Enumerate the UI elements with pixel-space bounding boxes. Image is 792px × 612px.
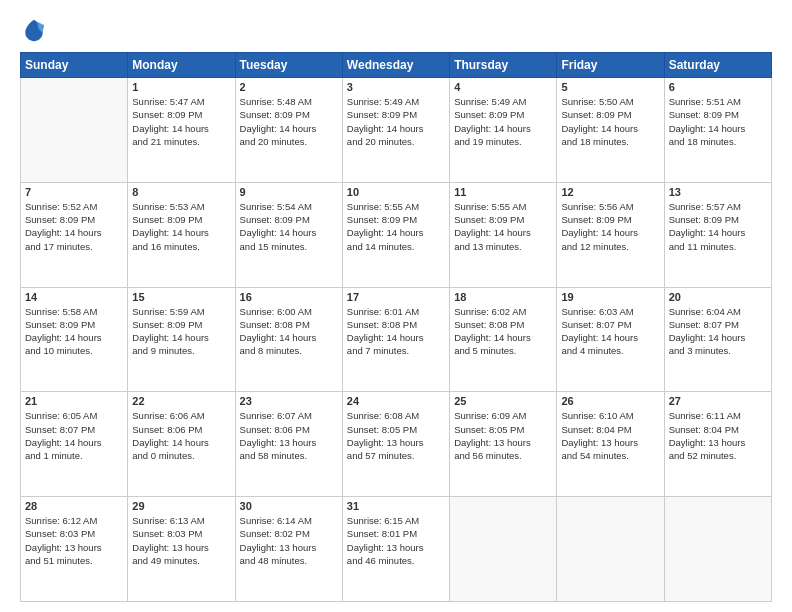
cell-content: Sunrise: 6:07 AM Sunset: 8:06 PM Dayligh… [240, 409, 338, 462]
calendar-cell: 10Sunrise: 5:55 AM Sunset: 8:09 PM Dayli… [342, 182, 449, 287]
calendar-cell: 8Sunrise: 5:53 AM Sunset: 8:09 PM Daylig… [128, 182, 235, 287]
day-number: 23 [240, 395, 338, 407]
day-number: 10 [347, 186, 445, 198]
calendar-cell: 3Sunrise: 5:49 AM Sunset: 8:09 PM Daylig… [342, 78, 449, 183]
cell-content: Sunrise: 6:00 AM Sunset: 8:08 PM Dayligh… [240, 305, 338, 358]
calendar-cell [664, 497, 771, 602]
calendar-cell: 14Sunrise: 5:58 AM Sunset: 8:09 PM Dayli… [21, 287, 128, 392]
cell-content: Sunrise: 5:53 AM Sunset: 8:09 PM Dayligh… [132, 200, 230, 253]
calendar-cell: 9Sunrise: 5:54 AM Sunset: 8:09 PM Daylig… [235, 182, 342, 287]
calendar-week-row: 28Sunrise: 6:12 AM Sunset: 8:03 PM Dayli… [21, 497, 772, 602]
logo-icon [20, 16, 48, 44]
cell-content: Sunrise: 6:13 AM Sunset: 8:03 PM Dayligh… [132, 514, 230, 567]
day-number: 13 [669, 186, 767, 198]
calendar-cell: 6Sunrise: 5:51 AM Sunset: 8:09 PM Daylig… [664, 78, 771, 183]
calendar-cell: 24Sunrise: 6:08 AM Sunset: 8:05 PM Dayli… [342, 392, 449, 497]
cell-content: Sunrise: 6:01 AM Sunset: 8:08 PM Dayligh… [347, 305, 445, 358]
cell-content: Sunrise: 5:50 AM Sunset: 8:09 PM Dayligh… [561, 95, 659, 148]
cell-content: Sunrise: 6:10 AM Sunset: 8:04 PM Dayligh… [561, 409, 659, 462]
cell-content: Sunrise: 5:59 AM Sunset: 8:09 PM Dayligh… [132, 305, 230, 358]
calendar-cell: 29Sunrise: 6:13 AM Sunset: 8:03 PM Dayli… [128, 497, 235, 602]
calendar-cell: 7Sunrise: 5:52 AM Sunset: 8:09 PM Daylig… [21, 182, 128, 287]
calendar-cell [21, 78, 128, 183]
calendar-cell: 26Sunrise: 6:10 AM Sunset: 8:04 PM Dayli… [557, 392, 664, 497]
cell-content: Sunrise: 6:04 AM Sunset: 8:07 PM Dayligh… [669, 305, 767, 358]
day-number: 19 [561, 291, 659, 303]
cell-content: Sunrise: 5:52 AM Sunset: 8:09 PM Dayligh… [25, 200, 123, 253]
cell-content: Sunrise: 5:54 AM Sunset: 8:09 PM Dayligh… [240, 200, 338, 253]
day-number: 29 [132, 500, 230, 512]
calendar-cell: 2Sunrise: 5:48 AM Sunset: 8:09 PM Daylig… [235, 78, 342, 183]
cell-content: Sunrise: 5:49 AM Sunset: 8:09 PM Dayligh… [454, 95, 552, 148]
calendar-cell: 15Sunrise: 5:59 AM Sunset: 8:09 PM Dayli… [128, 287, 235, 392]
day-number: 25 [454, 395, 552, 407]
day-header-thursday: Thursday [450, 53, 557, 78]
calendar-header-row: SundayMondayTuesdayWednesdayThursdayFrid… [21, 53, 772, 78]
logo [20, 16, 52, 44]
day-number: 7 [25, 186, 123, 198]
cell-content: Sunrise: 6:02 AM Sunset: 8:08 PM Dayligh… [454, 305, 552, 358]
cell-content: Sunrise: 6:09 AM Sunset: 8:05 PM Dayligh… [454, 409, 552, 462]
day-number: 21 [25, 395, 123, 407]
cell-content: Sunrise: 5:51 AM Sunset: 8:09 PM Dayligh… [669, 95, 767, 148]
day-header-wednesday: Wednesday [342, 53, 449, 78]
cell-content: Sunrise: 5:47 AM Sunset: 8:09 PM Dayligh… [132, 95, 230, 148]
calendar-cell: 23Sunrise: 6:07 AM Sunset: 8:06 PM Dayli… [235, 392, 342, 497]
calendar-cell: 20Sunrise: 6:04 AM Sunset: 8:07 PM Dayli… [664, 287, 771, 392]
day-header-friday: Friday [557, 53, 664, 78]
cell-content: Sunrise: 5:48 AM Sunset: 8:09 PM Dayligh… [240, 95, 338, 148]
day-header-saturday: Saturday [664, 53, 771, 78]
cell-content: Sunrise: 6:03 AM Sunset: 8:07 PM Dayligh… [561, 305, 659, 358]
calendar-cell: 5Sunrise: 5:50 AM Sunset: 8:09 PM Daylig… [557, 78, 664, 183]
day-number: 20 [669, 291, 767, 303]
day-number: 4 [454, 81, 552, 93]
day-number: 15 [132, 291, 230, 303]
cell-content: Sunrise: 5:55 AM Sunset: 8:09 PM Dayligh… [454, 200, 552, 253]
day-number: 12 [561, 186, 659, 198]
calendar-cell: 4Sunrise: 5:49 AM Sunset: 8:09 PM Daylig… [450, 78, 557, 183]
cell-content: Sunrise: 6:06 AM Sunset: 8:06 PM Dayligh… [132, 409, 230, 462]
cell-content: Sunrise: 6:15 AM Sunset: 8:01 PM Dayligh… [347, 514, 445, 567]
day-number: 24 [347, 395, 445, 407]
calendar-cell: 17Sunrise: 6:01 AM Sunset: 8:08 PM Dayli… [342, 287, 449, 392]
calendar-cell: 21Sunrise: 6:05 AM Sunset: 8:07 PM Dayli… [21, 392, 128, 497]
cell-content: Sunrise: 6:14 AM Sunset: 8:02 PM Dayligh… [240, 514, 338, 567]
calendar-cell: 31Sunrise: 6:15 AM Sunset: 8:01 PM Dayli… [342, 497, 449, 602]
calendar-cell: 1Sunrise: 5:47 AM Sunset: 8:09 PM Daylig… [128, 78, 235, 183]
day-number: 26 [561, 395, 659, 407]
cell-content: Sunrise: 5:49 AM Sunset: 8:09 PM Dayligh… [347, 95, 445, 148]
calendar-cell [557, 497, 664, 602]
day-number: 6 [669, 81, 767, 93]
calendar-cell: 19Sunrise: 6:03 AM Sunset: 8:07 PM Dayli… [557, 287, 664, 392]
day-number: 28 [25, 500, 123, 512]
calendar-week-row: 14Sunrise: 5:58 AM Sunset: 8:09 PM Dayli… [21, 287, 772, 392]
day-number: 14 [25, 291, 123, 303]
calendar-cell: 12Sunrise: 5:56 AM Sunset: 8:09 PM Dayli… [557, 182, 664, 287]
cell-content: Sunrise: 6:08 AM Sunset: 8:05 PM Dayligh… [347, 409, 445, 462]
calendar-table: SundayMondayTuesdayWednesdayThursdayFrid… [20, 52, 772, 602]
day-number: 27 [669, 395, 767, 407]
cell-content: Sunrise: 6:11 AM Sunset: 8:04 PM Dayligh… [669, 409, 767, 462]
calendar-cell: 11Sunrise: 5:55 AM Sunset: 8:09 PM Dayli… [450, 182, 557, 287]
day-header-tuesday: Tuesday [235, 53, 342, 78]
cell-content: Sunrise: 5:55 AM Sunset: 8:09 PM Dayligh… [347, 200, 445, 253]
day-number: 18 [454, 291, 552, 303]
day-number: 2 [240, 81, 338, 93]
calendar-cell: 16Sunrise: 6:00 AM Sunset: 8:08 PM Dayli… [235, 287, 342, 392]
calendar-cell: 25Sunrise: 6:09 AM Sunset: 8:05 PM Dayli… [450, 392, 557, 497]
day-number: 16 [240, 291, 338, 303]
day-header-monday: Monday [128, 53, 235, 78]
cell-content: Sunrise: 6:12 AM Sunset: 8:03 PM Dayligh… [25, 514, 123, 567]
day-number: 31 [347, 500, 445, 512]
calendar-cell: 22Sunrise: 6:06 AM Sunset: 8:06 PM Dayli… [128, 392, 235, 497]
day-number: 1 [132, 81, 230, 93]
page: SundayMondayTuesdayWednesdayThursdayFrid… [0, 0, 792, 612]
calendar-week-row: 7Sunrise: 5:52 AM Sunset: 8:09 PM Daylig… [21, 182, 772, 287]
day-number: 9 [240, 186, 338, 198]
calendar-week-row: 21Sunrise: 6:05 AM Sunset: 8:07 PM Dayli… [21, 392, 772, 497]
header [20, 16, 772, 44]
cell-content: Sunrise: 5:56 AM Sunset: 8:09 PM Dayligh… [561, 200, 659, 253]
calendar-cell [450, 497, 557, 602]
day-number: 3 [347, 81, 445, 93]
cell-content: Sunrise: 5:58 AM Sunset: 8:09 PM Dayligh… [25, 305, 123, 358]
